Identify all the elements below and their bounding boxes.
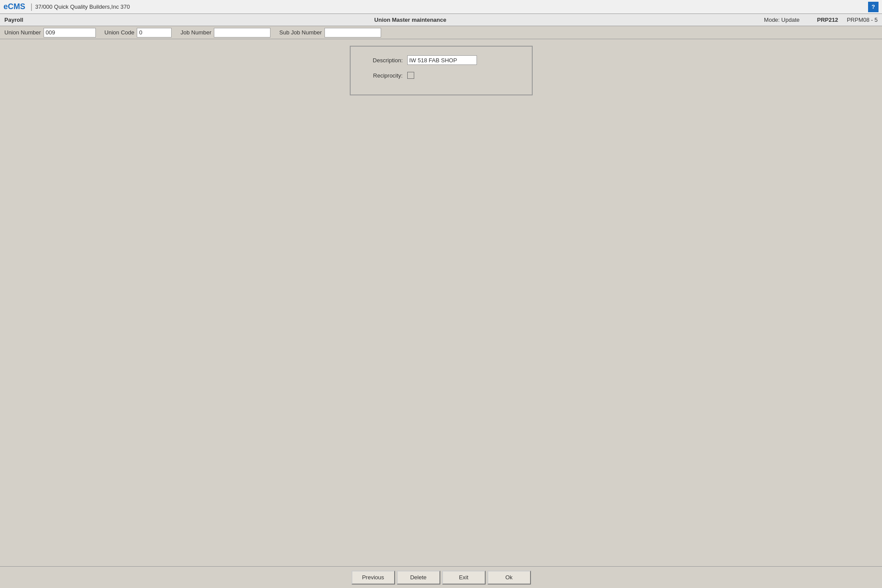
exit-button[interactable]: Exit bbox=[442, 571, 486, 585]
ecms-logo: eCMS bbox=[3, 2, 25, 11]
ok-button[interactable]: Ok bbox=[487, 571, 531, 585]
description-row: Description: bbox=[359, 55, 523, 65]
module-code: PRP212 bbox=[817, 17, 838, 23]
sub-job-number-group: Sub Job Number bbox=[279, 28, 381, 37]
union-number-input[interactable] bbox=[44, 28, 96, 37]
union-number-group: Union Number bbox=[4, 28, 96, 37]
module-page: PRPM08 - 5 bbox=[847, 17, 878, 23]
description-label: Description: bbox=[359, 57, 403, 64]
sub-job-number-label: Sub Job Number bbox=[279, 29, 322, 36]
job-number-input[interactable] bbox=[214, 28, 270, 37]
module-title: Union Master maintenance bbox=[57, 17, 764, 23]
description-input[interactable] bbox=[407, 55, 477, 65]
sub-job-number-input[interactable] bbox=[324, 28, 381, 37]
module-mode: Mode: Update bbox=[764, 17, 800, 23]
company-info: 37/000 Quick Quality Builders,Inc 370 bbox=[35, 3, 130, 10]
title-divider: | bbox=[30, 2, 33, 11]
main-content: Description: Reciprocity: bbox=[0, 39, 882, 566]
job-number-label: Job Number bbox=[180, 29, 211, 36]
form-panel: Description: Reciprocity: bbox=[350, 46, 533, 95]
module-name: Payroll bbox=[4, 17, 57, 23]
reciprocity-row: Reciprocity: bbox=[359, 72, 523, 79]
reciprocity-checkbox[interactable] bbox=[407, 72, 414, 79]
module-bar: Payroll Union Master maintenance Mode: U… bbox=[0, 14, 882, 26]
title-bar: eCMS | 37/000 Quick Quality Builders,Inc… bbox=[0, 0, 882, 14]
mode-value: Update bbox=[781, 17, 800, 23]
reciprocity-label: Reciprocity: bbox=[359, 72, 403, 79]
job-number-group: Job Number bbox=[180, 28, 270, 37]
bottom-bar: Previous Delete Exit Ok bbox=[0, 566, 882, 588]
fields-bar: Union Number Union Code Job Number Sub J… bbox=[0, 26, 882, 39]
previous-button[interactable]: Previous bbox=[351, 571, 395, 585]
delete-button[interactable]: Delete bbox=[397, 571, 440, 585]
union-code-input[interactable] bbox=[137, 28, 172, 37]
help-button[interactable]: ? bbox=[868, 2, 879, 12]
union-number-label: Union Number bbox=[4, 29, 41, 36]
union-code-label: Union Code bbox=[105, 29, 135, 36]
union-code-group: Union Code bbox=[105, 28, 172, 37]
mode-label: Mode: bbox=[764, 17, 780, 23]
